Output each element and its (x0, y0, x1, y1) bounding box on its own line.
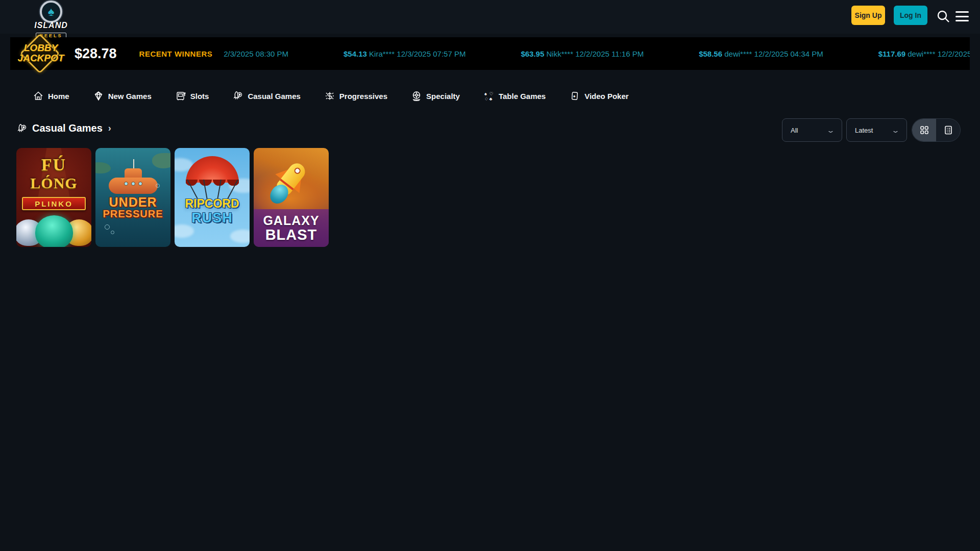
nav-item-home[interactable]: Home (33, 90, 69, 102)
grid-icon (919, 125, 929, 135)
game-title-line: BLAST (265, 227, 317, 242)
game-title-line: PRESSURE (95, 208, 170, 220)
lobby-jackpot-bar: LOBBY JACKPOT $28.78 RECENT WINNERS 2/3/… (10, 37, 970, 70)
game-title-line: RUSH (175, 210, 250, 226)
cloud-art (175, 224, 194, 238)
game-grid: FÚ LÓNG PLINKO UNDER PRESSURE (16, 148, 329, 247)
rocket-icon (232, 90, 243, 102)
cloud-art (230, 230, 250, 243)
view-toggle (912, 118, 961, 142)
bubble-art (105, 224, 110, 230)
jackpot-badge-line2: JACKPOT (14, 53, 67, 63)
submarine-tower-art (125, 168, 142, 179)
svg-text:♣: ♣ (489, 96, 492, 102)
parachute-art (186, 156, 239, 183)
brand-name-top: ISLAND (27, 21, 76, 30)
list-icon (943, 125, 953, 135)
filter-select[interactable]: All ⌄ (782, 118, 842, 142)
video-poker-icon: ♠ (569, 90, 580, 102)
sort-select[interactable]: Latest ⌄ (846, 118, 907, 142)
porthole-art (124, 182, 128, 186)
slot-machine-icon (175, 90, 186, 102)
recent-winners-label: RECENT WINNERS (139, 49, 213, 58)
section-title: Casual Games (32, 122, 103, 134)
reef-art (95, 162, 111, 173)
rocket-icon (16, 123, 28, 134)
bubble-art (111, 231, 114, 234)
reef-art (152, 153, 170, 168)
search-icon[interactable] (936, 9, 950, 23)
nav-item-progressives[interactable]: Progressives (324, 90, 387, 102)
nav-item-specialty[interactable]: Specialty (411, 90, 460, 102)
winner-item-partial: 2/3/2025 08:30 PM (224, 49, 288, 58)
svg-text:♠: ♠ (573, 94, 576, 98)
top-header: ♠ ISLAND REELS Sign Up Log In (0, 0, 980, 34)
spade-icon: ♠ (48, 6, 55, 18)
signup-button[interactable]: Sign Up (851, 6, 885, 25)
game-tile-galaxy-blast[interactable]: GALAXY BLAST (254, 148, 329, 247)
nav-item-new-games[interactable]: New Games (93, 90, 152, 102)
gem-icon (93, 90, 104, 102)
bubble-art (156, 184, 160, 188)
game-title-line: UNDER (95, 195, 170, 210)
logo-horseshoe-icon: ♠ (40, 1, 62, 23)
home-icon (33, 90, 44, 102)
jackpot-badge-line1: LOBBY (14, 43, 67, 53)
plinko-banner: PLINKO (22, 197, 86, 210)
card-suits-icon: ♠♡♢♣ (483, 90, 495, 102)
nav-item-table-games[interactable]: ♠♡♢♣ Table Games (483, 90, 546, 102)
roulette-icon (411, 90, 422, 102)
nav-item-video-poker[interactable]: ♠ Video Poker (569, 90, 628, 102)
nav-item-casual-games[interactable]: Casual Games (232, 90, 300, 102)
svg-text:♡: ♡ (489, 91, 493, 96)
brand-logo[interactable]: ♠ ISLAND REELS (27, 1, 76, 39)
game-title-line: FÚ (16, 155, 91, 174)
winners-ticker: 2/3/2025 08:30 PM $54.13 Kira**** 12/3/2… (224, 49, 970, 58)
dollar-burst-icon (324, 90, 335, 102)
winner-item: $117.69 dewi**** 12/2/2025 09:33 AM (878, 49, 970, 58)
porthole-art (138, 182, 142, 186)
svg-text:♢: ♢ (484, 96, 488, 102)
svg-text:♠: ♠ (484, 91, 487, 96)
porthole-art (131, 182, 135, 186)
game-tile-fu-long-plinko[interactable]: FÚ LÓNG PLINKO (16, 148, 91, 247)
login-button[interactable]: Log In (894, 6, 927, 25)
jackpot-amount: $28.78 (75, 46, 117, 62)
game-tile-ripcord-rush[interactable]: RIPCORD RUSH (175, 148, 250, 247)
list-view-button[interactable] (936, 119, 960, 141)
section-header-row: Casual Games › All ⌄ Latest ⌄ (0, 118, 980, 144)
game-title-line: RIPCORD (175, 197, 250, 211)
chevron-down-icon: ⌄ (826, 127, 835, 134)
game-tile-under-pressure[interactable]: UNDER PRESSURE (95, 148, 170, 247)
periscope-art (133, 159, 134, 169)
grid-view-button[interactable] (912, 119, 936, 141)
chevron-right-icon: › (108, 123, 111, 134)
submarine-art (109, 178, 158, 194)
winner-item: $58.56 dewi**** 12/2/2025 04:34 PM (699, 49, 823, 58)
jade-pot-art (35, 215, 73, 247)
title-panel: GALAXY BLAST (254, 209, 329, 247)
game-title-line: LÓNG (16, 174, 91, 192)
lobby-jackpot-badge: LOBBY JACKPOT (14, 37, 67, 70)
hamburger-menu-icon[interactable] (955, 11, 969, 21)
page: ♠ ISLAND REELS Sign Up Log In LOBBY JACK… (0, 0, 980, 551)
nav-item-slots[interactable]: Slots (175, 90, 209, 102)
section-title-link[interactable]: Casual Games › (16, 122, 111, 134)
winner-item: $63.95 Nikk**** 12/2/2025 11:16 PM (521, 49, 644, 58)
category-nav: Home New Games Slots Casual Games Progre… (0, 82, 980, 110)
winner-item: $54.13 Kira**** 12/3/2025 07:57 PM (344, 49, 465, 58)
game-title-line: GALAXY (263, 214, 319, 227)
chevron-down-icon: ⌄ (891, 127, 900, 134)
